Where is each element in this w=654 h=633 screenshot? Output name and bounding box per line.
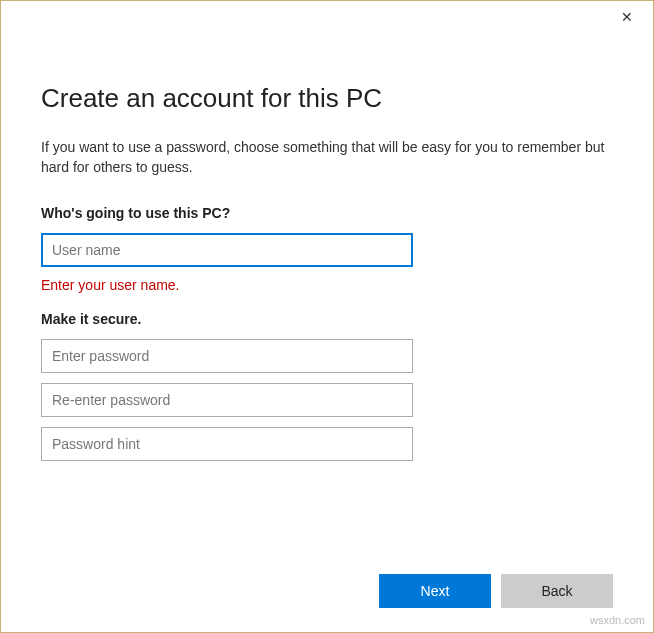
username-error: Enter your user name.: [41, 277, 613, 293]
page-title: Create an account for this PC: [41, 83, 613, 114]
dialog-window: ✕ Create an account for this PC If you w…: [0, 0, 654, 633]
reenter-password-input[interactable]: [41, 383, 413, 417]
password-hint-input[interactable]: [41, 427, 413, 461]
page-description: If you want to use a password, choose so…: [41, 138, 613, 177]
back-button[interactable]: Back: [501, 574, 613, 608]
footer-buttons: Next Back: [379, 574, 613, 608]
watermark-text: wsxdn.com: [590, 614, 645, 626]
titlebar: ✕: [1, 1, 653, 33]
secure-section-label: Make it secure.: [41, 311, 613, 327]
password-input[interactable]: [41, 339, 413, 373]
user-section-label: Who's going to use this PC?: [41, 205, 613, 221]
next-button[interactable]: Next: [379, 574, 491, 608]
content-area: Create an account for this PC If you wan…: [1, 33, 653, 632]
username-input[interactable]: [41, 233, 413, 267]
close-button[interactable]: ✕: [613, 3, 641, 31]
close-icon: ✕: [621, 9, 633, 25]
